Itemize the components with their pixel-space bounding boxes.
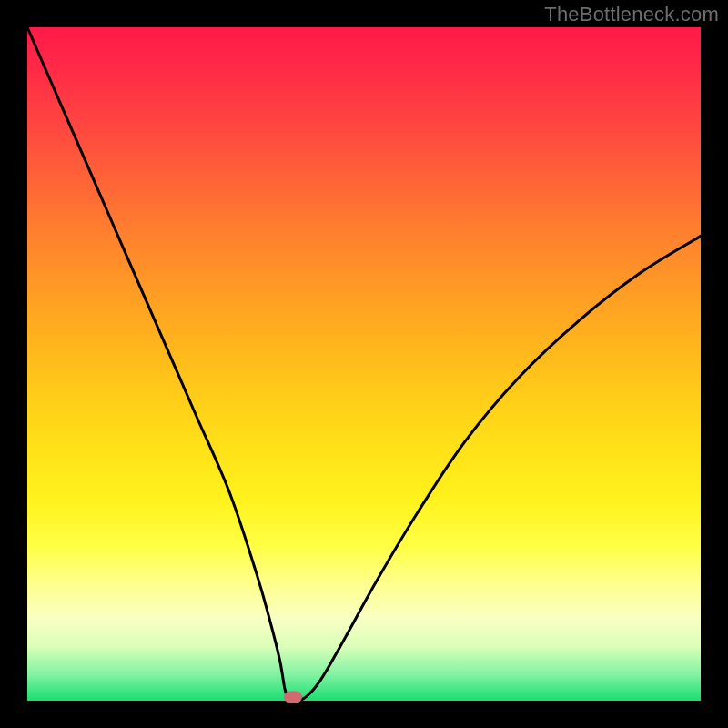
chart-frame: TheBottleneck.com: [0, 0, 728, 728]
minimum-marker: [284, 692, 302, 703]
watermark-text: TheBottleneck.com: [544, 3, 719, 26]
bottleneck-curve: [27, 27, 701, 701]
plot-area: [27, 27, 701, 701]
